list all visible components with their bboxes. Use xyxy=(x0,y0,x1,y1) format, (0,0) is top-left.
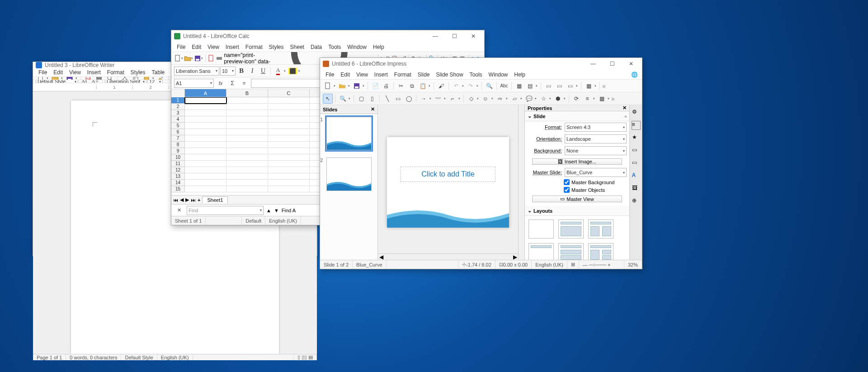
calc-font-select[interactable]: Liberation Sans▾ xyxy=(174,67,219,76)
new-doc-icon[interactable] xyxy=(323,81,333,91)
impress-titlebar[interactable]: Untitled 6 - LibreOffice Impress — ☐ ✕ xyxy=(320,58,642,70)
find-input[interactable]: Find▾ xyxy=(187,206,264,215)
cell[interactable] xyxy=(226,173,268,180)
cell[interactable] xyxy=(185,110,226,116)
calc-menu-view[interactable]: View xyxy=(205,43,222,51)
cell[interactable] xyxy=(226,142,268,148)
italic-icon[interactable]: I xyxy=(247,66,257,76)
cell[interactable] xyxy=(185,154,226,161)
layout-title-2col[interactable] xyxy=(588,219,613,238)
sidebar-transitions-icon[interactable]: ★ xyxy=(632,134,640,142)
tab-first-icon[interactable]: ⏮ xyxy=(173,197,178,203)
impress-status-size[interactable]: ⊡ 0.00 x 0.00 xyxy=(495,260,532,269)
layout-2row[interactable] xyxy=(558,243,584,260)
highlight-icon[interactable]: ⬛ xyxy=(288,66,297,76)
master-bg-checkbox[interactable] xyxy=(564,179,570,185)
calc-status-lang[interactable]: English (UK) xyxy=(265,216,301,225)
row-header-15[interactable]: 15 xyxy=(171,186,185,192)
arrow-icon[interactable]: → xyxy=(419,94,429,104)
writer-menu-file[interactable]: File xyxy=(36,68,50,76)
calc-menu-help[interactable]: Help xyxy=(370,43,387,51)
calc-menu-sheet[interactable]: Sheet xyxy=(288,43,307,51)
writer-menu-table[interactable]: Table xyxy=(149,68,168,76)
impress-menu-window[interactable]: Window xyxy=(486,71,511,79)
impress-status-slide[interactable]: Slide 1 of 2 xyxy=(320,260,353,269)
cell[interactable] xyxy=(268,148,310,154)
insert-table-icon[interactable]: ▦ xyxy=(584,81,594,91)
open-icon[interactable] xyxy=(184,53,191,63)
writer-menu-edit[interactable]: Edit xyxy=(51,68,66,76)
impress-menu-tools[interactable]: Tools xyxy=(467,71,485,79)
copy-icon[interactable] xyxy=(131,77,141,80)
row-header-12[interactable]: 12 xyxy=(171,167,185,173)
paste-icon[interactable]: 📋 xyxy=(418,81,428,91)
cell[interactable] xyxy=(226,180,268,186)
impress-zoom-slider[interactable]: — ─○─── + xyxy=(579,260,624,269)
cell[interactable] xyxy=(268,116,310,123)
cell[interactable] xyxy=(185,167,226,173)
save-icon[interactable] xyxy=(194,53,201,63)
textbox-icon[interactable]: ▢ xyxy=(356,94,366,104)
row-header-14[interactable]: 14 xyxy=(171,180,185,186)
clone-format-icon[interactable] xyxy=(156,77,166,80)
find-prev-icon[interactable]: ▲ xyxy=(266,208,271,213)
calc-menu-file[interactable]: File xyxy=(174,43,188,51)
cell[interactable] xyxy=(226,161,268,167)
cell[interactable] xyxy=(226,116,268,123)
cell[interactable] xyxy=(185,123,226,129)
tab-last-icon[interactable]: ⏭ xyxy=(191,197,196,203)
writer-status-style[interactable]: Default Style xyxy=(121,354,157,360)
print-preview-icon[interactable] xyxy=(105,77,115,80)
impress-v-scrollbar[interactable] xyxy=(518,105,524,260)
display-views-icon[interactable]: ▤ xyxy=(525,81,535,91)
calc-menu-data[interactable]: Data xyxy=(308,43,325,51)
connector-icon[interactable]: ⌐ xyxy=(448,94,458,104)
equals-icon[interactable]: = xyxy=(239,78,249,88)
cell[interactable] xyxy=(226,167,268,173)
cell[interactable] xyxy=(268,186,310,192)
master-obj-checkbox[interactable] xyxy=(564,187,570,193)
calc-menu-window[interactable]: Window xyxy=(344,43,369,51)
cell[interactable] xyxy=(226,129,268,135)
row-header-7[interactable]: 7 xyxy=(171,135,185,142)
open-icon[interactable] xyxy=(337,81,347,91)
rect-icon[interactable]: ▭ xyxy=(393,94,403,104)
slides-panel-close-icon[interactable]: ✕ xyxy=(371,106,375,112)
find-next-icon[interactable]: ▼ xyxy=(274,208,279,213)
sidebar-navigator-icon[interactable]: ⊕ xyxy=(632,197,640,205)
col-header-b[interactable]: B xyxy=(226,89,268,97)
impress-zoom-pct[interactable]: 32% xyxy=(624,260,642,269)
zoom-pan-icon[interactable]: 🔍 xyxy=(338,94,348,104)
redo-icon[interactable]: ↷ xyxy=(466,81,476,91)
slide-current[interactable]: Click to add Title xyxy=(387,137,509,228)
cell[interactable] xyxy=(185,135,226,142)
print-icon[interactable]: 🖨 xyxy=(381,81,391,91)
cell[interactable] xyxy=(268,167,310,173)
row-header-10[interactable]: 10 xyxy=(171,154,185,161)
cell[interactable] xyxy=(268,123,310,129)
calc-titlebar[interactable]: Untitled 4 - LibreOffice Calc — ☐ ✕ xyxy=(171,30,484,42)
maximize-button[interactable]: ☐ xyxy=(446,32,462,41)
undo-icon[interactable]: ↶ xyxy=(451,81,461,91)
font-color-icon[interactable]: A xyxy=(273,66,283,76)
calc-menu-tools[interactable]: Tools xyxy=(326,43,344,51)
cell[interactable] xyxy=(185,173,226,180)
writer-menu-view[interactable]: View xyxy=(66,68,84,76)
stars-icon[interactable]: ☆ xyxy=(538,94,548,104)
insert-image-button[interactable]: 🖼 Insert Image... xyxy=(532,158,622,165)
rotate-icon[interactable]: ⟳ xyxy=(571,94,581,104)
find-icon[interactable]: 🔍 xyxy=(484,81,494,91)
layout-title-only[interactable] xyxy=(528,243,554,260)
font-size-select[interactable]: 12▾ xyxy=(147,80,163,83)
writer-status-viewmode[interactable]: ▯ ▯▯ ▤ xyxy=(294,354,317,360)
align-icon[interactable]: ≡ xyxy=(582,94,592,104)
writer-status-lang[interactable]: English (UK) xyxy=(157,354,193,360)
master-slide-select[interactable]: Blue_Curve▾ xyxy=(565,168,627,177)
cell[interactable] xyxy=(226,97,268,104)
font-name-select[interactable]: Liberation Serif▾ xyxy=(105,80,146,83)
symbol-shapes-icon[interactable]: ☺ xyxy=(481,94,491,104)
sidebar-master-icon[interactable]: ▭ xyxy=(632,159,640,167)
callouts-icon[interactable]: 💬 xyxy=(524,94,534,104)
minimize-button[interactable]: — xyxy=(585,59,601,68)
cell[interactable] xyxy=(185,186,226,192)
